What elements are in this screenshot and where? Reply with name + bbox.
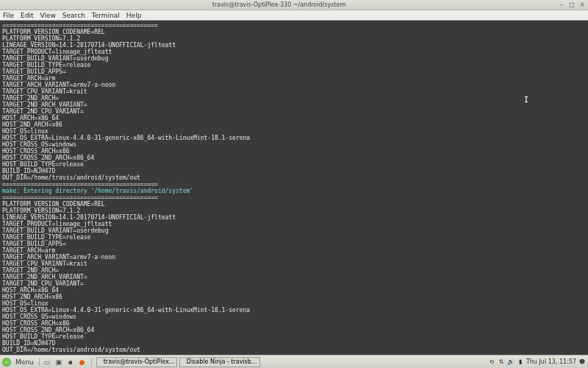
window-maximize-button[interactable]: □ [568,1,576,9]
menu-terminal[interactable]: Terminal [92,12,120,19]
menubar: File Edit View Search Terminal Help [0,10,588,21]
mint-menu-icon[interactable] [2,358,11,367]
mouse-pointer: I [524,96,528,103]
volume-icon[interactable]: 🔊 [507,358,514,366]
show-desktop-icon[interactable]: ▭ [42,357,52,367]
firefox-launcher-icon[interactable]: ● [77,357,87,367]
menu-search[interactable]: Search [62,12,85,19]
battery-icon[interactable]: ▮ [517,358,524,366]
start-menu-button[interactable]: Menu [15,358,34,366]
taskbar-task-label: travis@travis-OptiPlex... [104,358,175,365]
update-manager-icon[interactable]: ⟲ [488,358,495,366]
menu-view[interactable]: View [40,12,56,19]
menu-help[interactable]: Help [126,12,142,19]
menu-edit[interactable]: Edit [21,12,33,19]
terminal-viewport[interactable]: ========================================… [0,21,588,355]
window-title: travis@travis-OptiPlex-330 ~/android/sys… [0,1,558,8]
window-titlebar: travis@travis-OptiPlex-330 ~/android/sys… [0,0,588,10]
user-icon[interactable]: ☻ [578,358,586,366]
taskbar-task-label: Disable Ninja - travisb... [187,358,257,365]
taskbar: Menu ▭ ▣ ▪ ● travis@travis-OptiPlex... D… [0,355,588,368]
network-icon[interactable]: ⇅ [498,358,505,366]
taskbar-separator [39,358,40,367]
file-manager-icon[interactable]: ▣ [54,357,64,367]
system-tray: ⟲ ⇅ 🔊 ▮ Thu Jul 13, 11:57 ☻ [488,358,586,366]
taskbar-task-firefox[interactable]: Disable Ninja - travisb... [179,357,260,367]
taskbar-task-terminal[interactable]: travis@travis-OptiPlex... [96,357,177,367]
clock[interactable]: Thu Jul 13, 11:57 [526,358,576,365]
terminal-launcher-icon[interactable]: ▪ [65,357,76,367]
window-minimize-button[interactable]: – [558,1,565,9]
window-close-button[interactable]: × [578,1,586,9]
taskbar-separator [91,358,92,367]
menu-file[interactable]: File [3,12,14,19]
